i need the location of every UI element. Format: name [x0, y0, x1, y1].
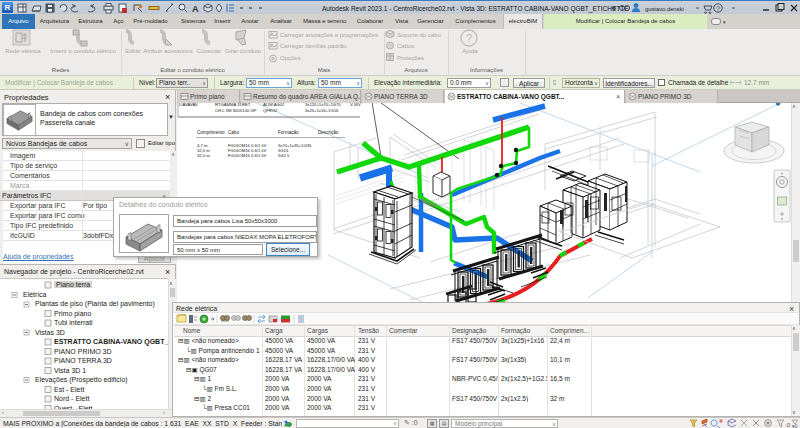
svg-text:FG16OM16 0.6/1 kV: FG16OM16 0.6/1 kV — [228, 153, 267, 158]
svg-text:V-WV: V-WV — [350, 103, 361, 107]
svg-text::0: :0 — [785, 422, 791, 428]
svg-text:3x25+1x16+1G16: 3x25+1x16+1G16 — [305, 108, 339, 113]
svg-text:▾0: ▾0 — [792, 423, 798, 428]
svg-text:3x120+1x70+1G70: 3x120+1x70+1G70 — [305, 103, 341, 107]
svg-text:32,0 m: 32,0 m — [197, 153, 210, 158]
svg-text:RTGAMMA 31RET: RTGAMMA 31RET — [215, 103, 251, 107]
svg-text:Comprimento: Comprimento — [197, 130, 225, 135]
svg-text:gustavo.denski: gustavo.denski — [645, 6, 684, 12]
svg-text:LIAVAVAV: LIAVAVAV — [179, 103, 198, 107]
svg-text:Cabo: Cabo — [228, 130, 239, 135]
svg-text:QFRG2: QFRG2 — [263, 108, 278, 113]
svg-text:?: ? — [716, 5, 720, 12]
svg-text:CH.L 3M 300X100 GP: CH.L 3M 300X100 GP — [215, 108, 257, 113]
svg-text:ALIM AG02: ALIM AG02 — [263, 103, 285, 107]
svg-text:Formação: Formação — [278, 130, 299, 135]
svg-text:A: A — [192, 4, 199, 14]
svg-text:5G2.5: 5G2.5 — [278, 153, 290, 158]
svg-text:?: ? — [466, 32, 472, 44]
svg-text:Descrição: Descrição — [318, 130, 339, 135]
